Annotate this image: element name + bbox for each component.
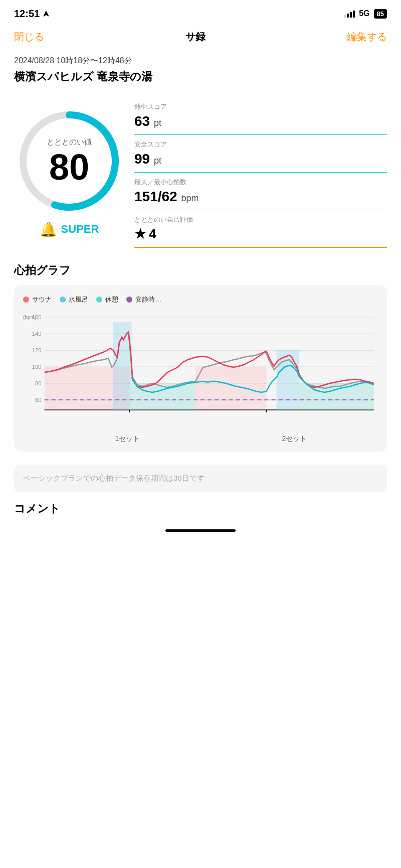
heart-rate-value: 151/62 bpm xyxy=(134,189,387,205)
safety-score: 安全スコア 99 pt xyxy=(134,135,387,173)
super-badge: 🔔 SUPER xyxy=(40,221,99,240)
svg-text:(bpm): (bpm) xyxy=(23,315,36,320)
legend-resting: 安静時… xyxy=(126,295,161,304)
set1-label: 1セット xyxy=(44,435,211,444)
bell-icon: 🔔 xyxy=(40,221,57,238)
status-bar: 12:51 5G 85 xyxy=(0,0,401,25)
battery-indicator: 85 xyxy=(374,9,387,19)
legend-rest: 休憩 xyxy=(96,295,118,304)
signal-icon xyxy=(344,10,355,18)
legend-cold: 水風呂 xyxy=(60,295,88,304)
graph-legend: サウナ 水風呂 休憩 安静時… xyxy=(23,295,378,304)
nav-title: サ録 xyxy=(185,30,206,44)
score-section: とととのい値 80 🔔 SUPER 熱中スコア 63 pt 安全スコア 99 p… xyxy=(0,87,401,253)
heart-rate-chart: 160 140 120 100 80 60 (bpm) xyxy=(23,312,378,432)
star-rating: ★ 4 xyxy=(134,226,387,242)
comment-title: コメント xyxy=(14,501,387,516)
heart-rate-label: 最大／最小心拍数 xyxy=(134,178,387,187)
safety-label: 安全スコア xyxy=(134,140,387,149)
rest-dot xyxy=(96,297,102,303)
svg-text:140: 140 xyxy=(32,331,42,337)
graph-title: 心拍グラフ xyxy=(14,263,387,278)
graph-section: 心拍グラフ サウナ 水風呂 休憩 安静時… xyxy=(0,253,401,457)
gauge-circle: とととのい値 80 xyxy=(14,106,124,216)
svg-text:100: 100 xyxy=(32,364,42,370)
cold-dot xyxy=(60,297,66,303)
status-time: 12:51 xyxy=(14,8,50,20)
set-labels: 1セット 2セット xyxy=(23,435,378,444)
self-eval-score: とととのい自己評価 ★ 4 xyxy=(134,210,387,248)
edit-button[interactable]: 編集する xyxy=(347,30,387,44)
network-label: 5G xyxy=(359,9,369,18)
resting-dot xyxy=(126,297,132,303)
enthusiasm-label: 熱中スコア xyxy=(134,102,387,111)
record-venue: 横濱スパヒルズ 竜泉寺の湯 xyxy=(14,69,387,84)
heart-rate-score: 最大／最小心拍数 151/62 bpm xyxy=(134,173,387,210)
gauge-value: 80 xyxy=(47,149,92,185)
info-note: ベーシックプランでの心拍データ保存期間は30日です xyxy=(14,465,387,492)
comment-section: コメント xyxy=(0,492,401,521)
close-button[interactable]: 閉じる xyxy=(14,30,44,44)
home-indicator xyxy=(165,529,236,532)
record-date: 2024/08/28 10時18分〜12時48分 xyxy=(14,56,387,66)
bottom-indicator xyxy=(0,521,401,537)
nav-bar: 閉じる サ録 編集する xyxy=(0,25,401,51)
super-label: SUPER xyxy=(61,223,99,236)
graph-card: サウナ 水風呂 休憩 安静時… xyxy=(14,285,387,452)
enthusiasm-value: 63 pt xyxy=(134,113,387,129)
score-details: 熱中スコア 63 pt 安全スコア 99 pt 最大／最小心拍数 151/62 … xyxy=(134,97,387,248)
gauge-label: とととのい値 xyxy=(47,137,92,147)
status-right: 5G 85 xyxy=(344,9,387,19)
legend-sauna: サウナ xyxy=(23,295,52,304)
record-meta: 2024/08/28 10時18分〜12時48分 横濱スパヒルズ 竜泉寺の湯 xyxy=(0,51,401,87)
sauna-dot xyxy=(23,297,29,303)
svg-marker-0 xyxy=(43,11,49,17)
location-icon xyxy=(43,10,50,17)
svg-text:120: 120 xyxy=(32,347,42,353)
gauge-inner: とととのい値 80 xyxy=(47,137,92,185)
enthusiasm-score: 熱中スコア 63 pt xyxy=(134,97,387,135)
self-eval-label: とととのい自己評価 xyxy=(134,215,387,224)
svg-text:80: 80 xyxy=(35,380,41,386)
svg-text:60: 60 xyxy=(35,397,41,403)
svg-rect-23 xyxy=(195,367,267,410)
safety-value: 99 pt xyxy=(134,151,387,167)
chart-wrapper: 160 140 120 100 80 60 (bpm) xyxy=(23,312,378,444)
info-note-text: ベーシックプランでの心拍データ保存期間は30日です xyxy=(23,473,378,484)
set2-label: 2セット xyxy=(211,435,378,444)
